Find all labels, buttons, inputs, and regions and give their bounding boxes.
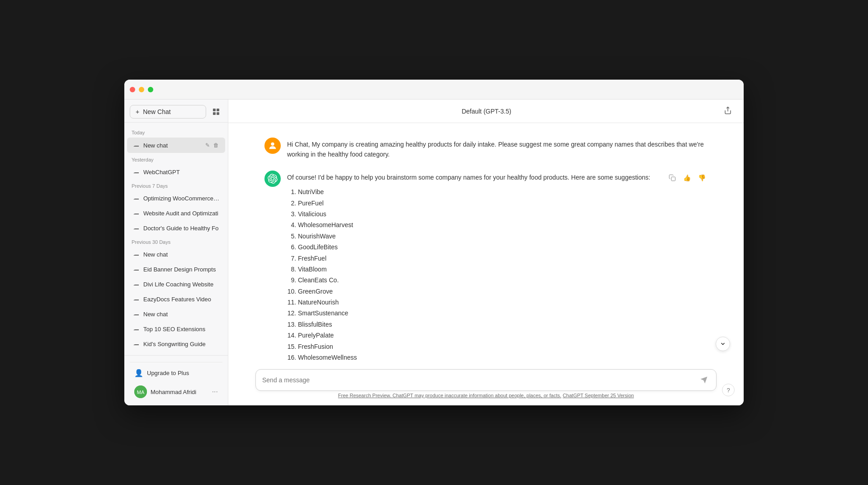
chat-icon-3 (132, 195, 140, 202)
chat-item-text-6: New chat (143, 251, 220, 258)
sidebar-item-p30d-1[interactable]: New chat (127, 247, 225, 262)
upgrade-to-plus-button[interactable]: 👤 Upgrade to Plus (130, 365, 222, 381)
sidebar-item-today-1[interactable]: New chat ✎ 🗑 (127, 138, 225, 153)
edit-chat-button[interactable]: ✎ (204, 141, 211, 149)
chat-icon-4 (132, 209, 140, 217)
sidebar-content: Today New chat ✎ 🗑 Yesterday WebChatGPT (124, 123, 228, 355)
chat-item-text-10: New chat (143, 311, 220, 318)
chat-icon-10 (132, 310, 140, 318)
chat-item-text-5: Doctor's Guide to Healthy Fo (143, 225, 220, 232)
sidebar-item-yesterday-1[interactable]: WebChatGPT (127, 165, 225, 179)
send-button[interactable] (698, 374, 710, 386)
suggestion-item: CleanEats Co. (298, 275, 660, 285)
avatar (134, 385, 147, 398)
thumbs-up-button[interactable]: 👍 (681, 172, 693, 183)
input-area: Free Research Preview. ChatGPT may produ… (228, 364, 744, 405)
plus-icon: + (136, 108, 139, 115)
sidebar-item-p30d-5[interactable]: New chat (127, 307, 225, 321)
sidebar-header: + New Chat (124, 100, 228, 123)
suggestion-item: SmartSustenance (298, 308, 660, 318)
suggestion-item: WholesomeWellness (298, 352, 660, 362)
app-body: + New Chat Today New chat (124, 100, 744, 405)
delete-chat-button[interactable]: 🗑 (212, 141, 220, 149)
share-button[interactable] (721, 104, 735, 119)
sidebar-item-p7d-1[interactable]: Optimizing WooCommerce SE (127, 191, 225, 205)
suggestion-item: PureFuel (298, 198, 660, 208)
new-chat-button[interactable]: + New Chat (130, 105, 206, 119)
sidebar-item-p30d-6[interactable]: Top 10 SEO Extensions (127, 322, 225, 336)
ai-message-intro: Of course! I'd be happy to help you brai… (287, 172, 660, 182)
more-options-icon[interactable]: ··· (212, 388, 218, 396)
suggestion-item: PurelyPalate (298, 330, 660, 340)
upgrade-label: Upgrade to Plus (147, 370, 189, 376)
chat-icon (132, 142, 140, 149)
scroll-to-bottom-button[interactable] (716, 337, 730, 351)
share-icon (724, 106, 732, 114)
chat-icon-12 (132, 340, 140, 347)
sidebar-item-p7d-2[interactable]: Website Audit and Optimizati (127, 206, 225, 220)
suggestion-item: VitaBloom (298, 264, 660, 274)
svg-rect-0 (213, 109, 216, 111)
thumbs-down-button[interactable]: 👎 (696, 172, 708, 183)
sidebar-item-p30d-8[interactable]: New chat (127, 352, 225, 355)
user-profile-row[interactable]: Mohammad Afridi ··· (130, 382, 222, 402)
svg-rect-2 (213, 112, 216, 115)
chat-icon-9 (132, 295, 140, 303)
chat-item-text-9: EazyDocs Features Video (143, 296, 220, 303)
sidebar-item-p30d-7[interactable]: Kid's Songwriting Guide (127, 337, 225, 351)
maximize-button[interactable] (148, 87, 153, 92)
section-yesterday: Yesterday (124, 153, 228, 164)
main-area: Default (GPT-3.5) Hi Chat, (228, 100, 744, 405)
minimize-button[interactable] (139, 87, 144, 92)
chat-icon-2 (132, 168, 140, 176)
title-bar (124, 80, 744, 100)
sidebar-item-p30d-3[interactable]: Divi Life Coaching Website (127, 277, 225, 291)
chat-icon-11 (132, 325, 140, 333)
section-today: Today (124, 126, 228, 137)
chat-item-text-7: Eid Banner Design Prompts (143, 266, 220, 273)
chat-icon-6 (132, 251, 140, 258)
sidebar-item-p7d-3[interactable]: Doctor's Guide to Healthy Fo (127, 221, 225, 235)
footer-static-text: Free Research Preview. ChatGPT may produ… (338, 393, 561, 398)
suggestion-item: NourishWave (298, 231, 660, 241)
version-link[interactable]: ChatGPT September 25 Version (563, 393, 634, 398)
help-button[interactable]: ? (722, 384, 735, 396)
openai-icon (268, 174, 278, 184)
mac-window: + New Chat Today New chat (124, 80, 744, 405)
copy-button[interactable] (667, 172, 678, 185)
message-row-user: Hi Chat, My company is creating amazing … (228, 132, 744, 165)
grid-icon (212, 108, 220, 115)
suggestion-item: Vitalicious (298, 209, 660, 219)
sidebar: + New Chat Today New chat (124, 100, 228, 405)
user-message-text: Hi Chat, My company is creating amazing … (287, 138, 708, 160)
chat-item-text-11: Top 10 SEO Extensions (143, 326, 220, 333)
traffic-lights (130, 87, 153, 92)
chat-messages: Hi Chat, My company is creating amazing … (228, 123, 744, 364)
sidebar-toggle-button[interactable] (210, 105, 222, 118)
ai-message-content: Of course! I'd be happy to help you brai… (287, 171, 660, 364)
footer-divider (130, 362, 222, 362)
footer-note: Free Research Preview. ChatGPT may produ… (255, 391, 717, 402)
sidebar-item-p30d-2[interactable]: Eid Banner Design Prompts (127, 262, 225, 276)
chat-item-text: New chat (143, 142, 203, 149)
model-name: Default (GPT-3.5) (462, 108, 511, 115)
close-button[interactable] (130, 87, 135, 92)
suggestion-item: GreenGrove (298, 286, 660, 296)
chat-icon-7 (132, 266, 140, 273)
chat-item-text-12: Kid's Songwriting Guide (143, 341, 220, 347)
message-input[interactable] (262, 376, 698, 384)
ai-avatar-msg (264, 171, 281, 187)
section-prev7: Previous 7 Days (124, 180, 228, 190)
user-circle-icon: 👤 (134, 369, 143, 377)
svg-rect-1 (217, 109, 219, 111)
user-avatar-msg (264, 138, 281, 154)
suggestion-item: NatureNourish (298, 297, 660, 307)
section-prev30: Previous 30 Days (124, 236, 228, 247)
suggestion-item: FreshFuel (298, 253, 660, 263)
sidebar-item-p30d-4[interactable]: EazyDocs Features Video (127, 292, 225, 306)
suggestion-item: FreshFusion (298, 342, 660, 352)
suggestion-item: NutriVibe (298, 187, 660, 197)
suggestion-item: GoodLifeBites (298, 242, 660, 252)
chat-icon-8 (132, 281, 140, 288)
copy-icon (669, 174, 676, 181)
